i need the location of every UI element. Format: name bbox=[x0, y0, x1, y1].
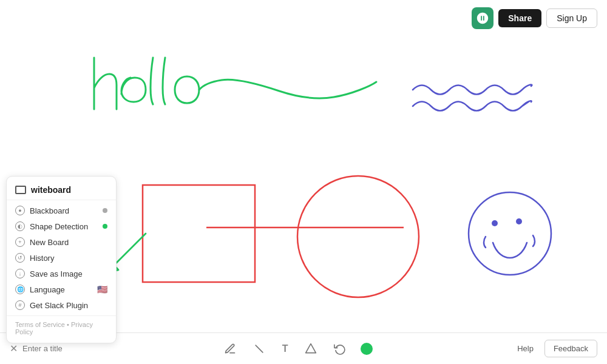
blackboard-dot bbox=[103, 208, 107, 213]
sidebar-footer: Terms of Service • Privacy Policy bbox=[7, 315, 116, 338]
svg-point-2 bbox=[297, 176, 419, 297]
history-icon: ↺ bbox=[15, 253, 25, 263]
svg-rect-0 bbox=[143, 185, 255, 282]
shape-detection-dot bbox=[103, 224, 107, 229]
whiteboard-icon bbox=[15, 186, 26, 194]
title-close-button[interactable]: ✕ bbox=[10, 343, 18, 354]
toolbar-center: T bbox=[93, 340, 501, 357]
sidebar-item-blackboard[interactable]: ● Blackboard bbox=[7, 203, 116, 218]
terms-link[interactable]: Terms of Service bbox=[15, 321, 65, 328]
language-flag: 🇺🇸 bbox=[97, 285, 107, 294]
title-area: ✕ bbox=[0, 343, 93, 354]
svg-point-4 bbox=[469, 192, 551, 275]
sidebar-item-new-board[interactable]: + New Board bbox=[7, 234, 116, 250]
svg-point-6 bbox=[516, 218, 522, 224]
slack-icon: # bbox=[15, 300, 25, 310]
feedback-button[interactable]: Feedback bbox=[544, 340, 597, 357]
sidebar-panel: witeboard ● Blackboard ◐ Shape Detection… bbox=[6, 176, 117, 343]
sidebar-item-shape-detection[interactable]: ◐ Shape Detection bbox=[7, 218, 116, 234]
language-icon: 🌐 bbox=[15, 285, 25, 294]
new-board-icon: + bbox=[15, 237, 25, 247]
svg-point-5 bbox=[492, 220, 498, 226]
toolbar-right: Help Feedback bbox=[501, 340, 607, 357]
share-button[interactable]: Share bbox=[498, 9, 541, 27]
shapes-tool-button[interactable] bbox=[302, 340, 319, 357]
sidebar-item-language[interactable]: 🌐 Language 🇺🇸 bbox=[7, 281, 116, 297]
shape-detection-icon: ◐ bbox=[15, 221, 25, 231]
color-picker[interactable] bbox=[361, 343, 373, 355]
sidebar-title: witeboard bbox=[7, 183, 116, 200]
undo-tool-button[interactable] bbox=[331, 340, 348, 357]
signup-button[interactable]: Sign Up bbox=[546, 8, 597, 28]
sidebar-item-history[interactable]: ↺ History bbox=[7, 250, 116, 266]
header: Share Sign Up bbox=[462, 0, 607, 36]
blackboard-icon: ● bbox=[15, 206, 25, 215]
eraser-tool-button[interactable] bbox=[251, 340, 268, 357]
help-button[interactable]: Help bbox=[511, 340, 540, 357]
text-tool-button[interactable]: T bbox=[280, 341, 291, 357]
pen-tool-button[interactable] bbox=[222, 340, 239, 357]
logo-button[interactable] bbox=[472, 7, 493, 29]
sidebar-item-slack[interactable]: # Get Slack Plugin bbox=[7, 297, 116, 313]
svg-line-7 bbox=[256, 345, 263, 352]
save-image-icon: ↓ bbox=[15, 269, 25, 278]
title-input[interactable] bbox=[22, 344, 83, 353]
sidebar-item-save-image[interactable]: ↓ Save as Image bbox=[7, 266, 116, 281]
